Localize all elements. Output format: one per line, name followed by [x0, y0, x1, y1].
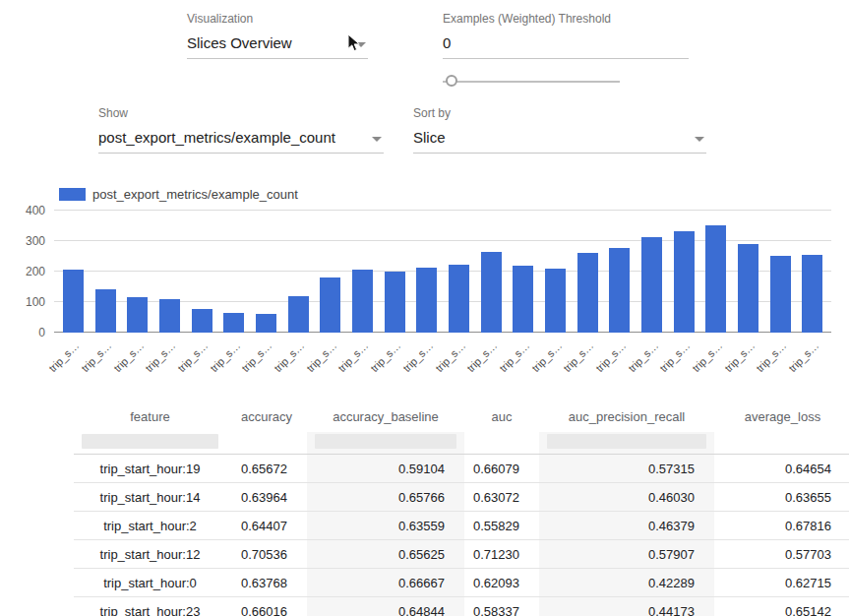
table-filter-row [74, 432, 849, 455]
bar-rect[interactable] [385, 272, 405, 333]
table-row: trip_start_hour:190.656720.591040.660790… [74, 455, 849, 483]
x-tick-label: trip_s… [754, 339, 788, 374]
bar[interactable]: trip_s… [475, 211, 508, 333]
show-metric-select[interactable]: post_export_metrics/example_count [98, 129, 384, 154]
bar-rect[interactable] [674, 231, 695, 333]
metric-value-cell: 0.46379 [539, 512, 714, 540]
bar[interactable]: trip_s… [732, 211, 764, 333]
bar-rect[interactable] [802, 255, 822, 333]
metric-value-cell: 0.63964 [226, 483, 307, 512]
bar[interactable]: trip_s… [636, 211, 668, 333]
bar[interactable]: trip_s… [668, 211, 700, 333]
metric-value-cell: 0.63655 [714, 483, 849, 512]
metric-value-cell: 0.65142 [714, 597, 849, 616]
metric-value-cell: 0.58337 [464, 597, 539, 616]
sort-by-label: Sort by [413, 106, 706, 120]
bar-rect[interactable] [352, 270, 373, 333]
sort-by-select[interactable]: Slice [413, 129, 706, 154]
visualization-select[interactable]: Slices Overview [187, 34, 368, 59]
bar[interactable]: trip_s… [603, 211, 636, 333]
x-tick-label: trip_s… [336, 339, 371, 374]
bar-rect[interactable] [705, 225, 726, 333]
bar-rect[interactable] [577, 253, 598, 333]
bar[interactable]: trip_s… [443, 211, 475, 333]
metric-value-cell: 0.64407 [226, 512, 307, 540]
metric-value-cell: 0.65625 [307, 540, 464, 569]
bar-rect[interactable] [416, 268, 437, 333]
bar-chart: trip_s…trip_s…trip_s…trip_s…trip_s…trip_… [54, 211, 831, 333]
bar[interactable]: trip_s… [121, 211, 153, 333]
filter-input-auc_precision_recall[interactable] [547, 434, 706, 449]
bar-rect[interactable] [63, 270, 84, 333]
metric-value-cell: 0.42289 [539, 569, 714, 597]
filter-input-accuracy[interactable] [234, 434, 299, 449]
table-header-row: featureaccuracyaccuracy_baselineaucauc_p… [74, 398, 849, 432]
metric-value-cell: 0.63072 [464, 483, 539, 512]
bar-rect[interactable] [95, 289, 116, 333]
bar[interactable]: trip_s… [346, 211, 379, 333]
column-header-auc[interactable]: auc [464, 398, 539, 432]
column-header-average_loss[interactable]: average_loss [714, 398, 849, 432]
metric-value-cell: 0.55829 [464, 512, 539, 540]
bar-rect[interactable] [513, 266, 533, 333]
bar-rect[interactable] [288, 296, 309, 334]
bar-rect[interactable] [609, 248, 630, 333]
bar[interactable]: trip_s… [217, 211, 250, 333]
y-tick-label: 100 [26, 295, 45, 309]
bar[interactable]: trip_s… [153, 211, 186, 333]
bar-rect[interactable] [738, 244, 758, 333]
bar[interactable]: trip_s… [796, 211, 828, 333]
bar-rect[interactable] [641, 237, 662, 333]
visualization-select-value: Slices Overview [187, 34, 348, 51]
bar[interactable]: trip_s… [90, 211, 122, 333]
column-header-auc_precision_recall[interactable]: auc_precision_recall [539, 398, 714, 432]
filter-input-accuracy_baseline[interactable] [315, 434, 456, 449]
mouse-cursor-icon [347, 33, 361, 57]
slider-track[interactable] [443, 81, 620, 83]
bar-rect[interactable] [256, 314, 276, 333]
bar[interactable]: trip_s… [699, 211, 732, 333]
column-header-accuracy[interactable]: accuracy [226, 398, 307, 432]
chart-legend: post_export_metrics/example_count [59, 187, 298, 202]
feature-cell: trip_start_hour:0 [74, 569, 226, 597]
bar[interactable]: trip_s… [314, 211, 346, 333]
filter-input-average_loss[interactable] [722, 434, 843, 449]
bar-rect[interactable] [320, 277, 340, 333]
metric-value-cell: 0.67816 [714, 512, 849, 540]
threshold-input[interactable]: 0 [443, 34, 689, 59]
bar[interactable]: trip_s… [57, 211, 90, 333]
slider-thumb[interactable] [446, 75, 457, 87]
column-header-accuracy_baseline[interactable]: accuracy_baseline [307, 398, 464, 432]
bar-rect[interactable] [159, 299, 180, 333]
bar[interactable]: trip_s… [507, 211, 539, 333]
bar-rect[interactable] [223, 313, 244, 333]
bar-rect[interactable] [192, 309, 212, 333]
metric-value-cell: 0.64844 [307, 597, 464, 616]
x-tick-label: trip_s… [529, 339, 564, 374]
bar[interactable]: trip_s… [539, 211, 572, 333]
bar[interactable]: trip_s… [379, 211, 411, 333]
bar-rect[interactable] [127, 297, 148, 333]
bar[interactable]: trip_s… [282, 211, 315, 333]
metric-value-cell: 0.64654 [714, 455, 849, 483]
bar-rect[interactable] [770, 256, 791, 333]
bar[interactable]: trip_s… [764, 211, 797, 333]
legend-swatch-icon [59, 188, 86, 201]
visualization-control: Visualization Slices Overview [187, 12, 368, 59]
bar-rect[interactable] [481, 252, 502, 333]
visualization-label: Visualization [187, 12, 368, 26]
bar[interactable]: trip_s… [572, 211, 604, 333]
bar[interactable]: trip_s… [250, 211, 282, 333]
bar[interactable]: trip_s… [186, 211, 218, 333]
sort-by-select-value: Slice [413, 129, 687, 146]
bar[interactable]: trip_s… [410, 211, 443, 333]
threshold-slider[interactable] [443, 75, 620, 89]
table-row: trip_start_hour:00.637680.666670.620930.… [74, 569, 849, 597]
metric-value-cell: 0.46030 [539, 483, 714, 512]
filter-input-feature[interactable] [82, 434, 218, 449]
metric-value-cell: 0.57315 [539, 455, 714, 483]
bar-rect[interactable] [449, 265, 469, 333]
filter-input-auc[interactable] [472, 434, 531, 449]
column-header-feature[interactable]: feature [74, 398, 226, 432]
bar-rect[interactable] [545, 269, 566, 333]
